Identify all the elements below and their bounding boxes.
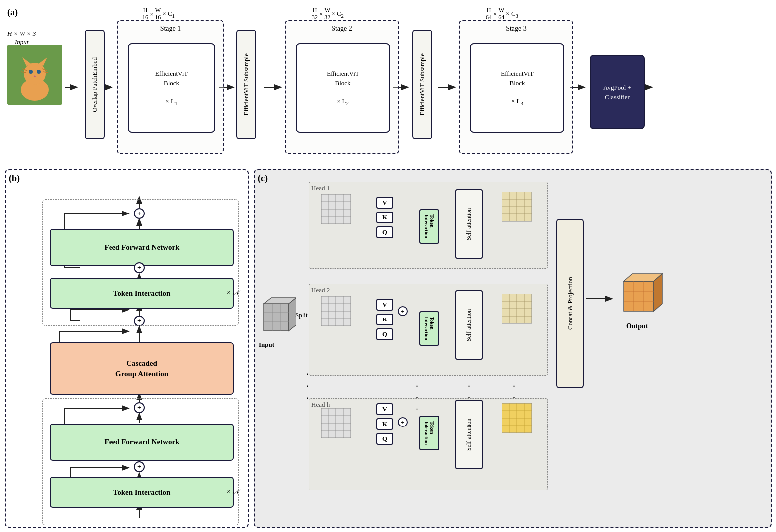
headh-input-grid bbox=[321, 408, 353, 442]
headh-label: Head h bbox=[311, 401, 330, 409]
overlap-patchembed-label: Overlap PatchEmbed bbox=[91, 57, 99, 112]
svg-rect-131 bbox=[624, 281, 654, 311]
svg-point-75 bbox=[29, 70, 33, 74]
head1-label: Head 1 bbox=[311, 184, 330, 192]
avgpool-classifier: AvgPool + Classifier bbox=[590, 55, 645, 129]
upper-repeat-box bbox=[42, 199, 239, 326]
stage1-box: Stage 1 EfficientViTBlock× L1 bbox=[117, 20, 224, 154]
output-cube-label: Output bbox=[626, 322, 648, 330]
head2-plus: + bbox=[398, 306, 408, 316]
head1-sa: Self-attention bbox=[455, 189, 483, 259]
label-a: (a) bbox=[7, 7, 18, 18]
subsample2-box: EfficientViT Subsample bbox=[412, 30, 432, 139]
headh-ti: TokenInteraction bbox=[419, 416, 439, 450]
head2-input-grid bbox=[321, 296, 353, 330]
head2-output-grid bbox=[502, 294, 534, 328]
stage3-box: Stage 3 EfficientViTBlock× L3 bbox=[459, 20, 573, 154]
head1-input-grid bbox=[321, 194, 353, 228]
avgpool-label: AvgPool + Classifier bbox=[591, 83, 644, 102]
head1-ti: TokenInteraction bbox=[419, 209, 439, 244]
block2-text: EfficientViTBlock× L2 bbox=[327, 69, 359, 106]
efficientvit-block-3: EfficientViTBlock× L3 bbox=[470, 43, 564, 133]
head2-sa: Self-attention bbox=[455, 290, 483, 360]
svg-point-72 bbox=[24, 63, 46, 85]
cat-image bbox=[7, 45, 62, 105]
efficientvit-block-1: EfficientViTBlock× L1 bbox=[128, 43, 215, 133]
subsample2-label: EfficientViT Subsample bbox=[418, 53, 426, 115]
stage3-label: Stage 3 bbox=[506, 25, 527, 33]
head1-v-box: V bbox=[376, 197, 393, 209]
efficientvit-block-2: EfficientViTBlock× L2 bbox=[296, 43, 390, 133]
concat-proj-box: Concat & Projection bbox=[556, 219, 584, 388]
head2-ti: TokenInteraction bbox=[419, 311, 439, 346]
overlap-patchembedbox: Overlap PatchEmbed bbox=[85, 30, 105, 139]
head2-v-box: V bbox=[376, 299, 393, 311]
label-c: (c) bbox=[258, 173, 268, 184]
head2-label: Head 2 bbox=[311, 286, 330, 294]
stage2-box: Stage 2 EfficientViTBlock× L2 bbox=[285, 20, 399, 154]
stage2-label: Stage 2 bbox=[332, 25, 352, 33]
headh-q-box: Q bbox=[376, 433, 393, 445]
headh-output-grid bbox=[502, 403, 534, 437]
headh-v-box: V bbox=[376, 403, 393, 415]
subsample1-label: EfficientViT Subsample bbox=[242, 53, 250, 115]
head1-q-box: Q bbox=[376, 226, 393, 238]
svg-rect-82 bbox=[264, 304, 289, 331]
head1-output-grid bbox=[502, 192, 534, 226]
cga-label: CascadedGroup Attention bbox=[115, 358, 168, 379]
concat-proj-label: Concat & Projection bbox=[566, 277, 574, 330]
block3-text: EfficientViTBlock× L3 bbox=[501, 69, 533, 106]
fraction-label-1: H16 × W16 × C1 bbox=[142, 7, 175, 21]
headh-sa: Self-attention bbox=[455, 400, 483, 469]
head1-k-box: K bbox=[376, 212, 393, 223]
head2-q-box: Q bbox=[376, 328, 393, 340]
input-cube-label: Input bbox=[259, 341, 274, 349]
stage1-label: Stage 1 bbox=[160, 25, 181, 33]
input-label: H × W × 3 Input bbox=[7, 30, 36, 47]
lower-repeat-box bbox=[42, 398, 239, 525]
headh-plus: + bbox=[398, 417, 408, 427]
headh-k-box: K bbox=[376, 418, 393, 430]
split-label: Split bbox=[295, 311, 308, 319]
head2-k-box: K bbox=[376, 314, 393, 325]
cga-box: CascadedGroup Attention bbox=[50, 342, 234, 395]
output-3d-cube bbox=[620, 269, 665, 320]
block1-text: EfficientViTBlock× L1 bbox=[155, 69, 188, 106]
label-b: (b) bbox=[9, 173, 20, 184]
fraction-label-3: H64 × W64 × C3 bbox=[485, 7, 518, 21]
subsample1-box: EfficientViT Subsample bbox=[236, 30, 256, 139]
svg-point-76 bbox=[37, 70, 41, 74]
section-a: (a) H × W × 3 Input bbox=[5, 5, 772, 164]
input-3d-cube bbox=[259, 294, 296, 340]
fraction-label-2: H32 × W32 × C2 bbox=[311, 7, 344, 21]
